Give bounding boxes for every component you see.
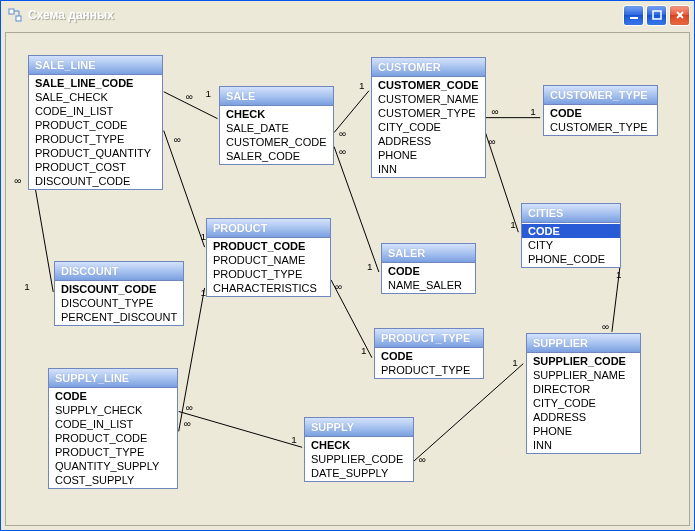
minimize-button[interactable] [623, 5, 644, 26]
svg-text:∞: ∞ [491, 106, 498, 117]
svg-text:1: 1 [510, 219, 516, 230]
svg-line-30 [612, 267, 620, 332]
svg-text:1: 1 [367, 261, 373, 272]
table-title[interactable]: SALER [382, 244, 475, 263]
svg-text:∞: ∞ [339, 128, 346, 139]
table-title[interactable]: PRODUCT_TYPE [375, 329, 483, 348]
field-customer_name[interactable]: CUSTOMER_NAME [372, 92, 485, 106]
table-customer[interactable]: CUSTOMERCUSTOMER_CODECUSTOMER_NAMECUSTOM… [371, 57, 486, 178]
field-product_code[interactable]: PRODUCT_CODE [29, 118, 162, 132]
field-product_type[interactable]: PRODUCT_TYPE [29, 132, 162, 146]
table-title[interactable]: PRODUCT [207, 219, 330, 238]
field-customer_type[interactable]: CUSTOMER_TYPE [372, 106, 485, 120]
table-title[interactable]: SALE [220, 87, 333, 106]
field-city_code[interactable]: CITY_CODE [372, 120, 485, 134]
field-city[interactable]: CITY [522, 238, 620, 252]
field-product_type[interactable]: PRODUCT_TYPE [207, 267, 330, 281]
field-code[interactable]: CODE [544, 106, 657, 120]
table-title[interactable]: SUPPLY [305, 418, 413, 437]
field-code_in_list[interactable]: CODE_IN_LIST [29, 104, 162, 118]
field-product_name[interactable]: PRODUCT_NAME [207, 253, 330, 267]
field-code[interactable]: CODE [375, 349, 483, 363]
field-address[interactable]: ADDRESS [372, 134, 485, 148]
field-date_supply[interactable]: DATE_SUPPLY [305, 466, 413, 480]
field-phone[interactable]: PHONE [527, 424, 640, 438]
table-supplier[interactable]: SUPPLIERSUPPLIER_CODESUPPLIER_NAMEDIRECT… [526, 333, 641, 454]
table-title[interactable]: SUPPLY_LINE [49, 369, 177, 388]
field-customer_type[interactable]: CUSTOMER_TYPE [544, 120, 657, 134]
close-button[interactable] [669, 5, 690, 26]
field-code[interactable]: CODE [382, 264, 475, 278]
svg-rect-5 [653, 11, 661, 19]
field-product_type[interactable]: PRODUCT_TYPE [375, 363, 483, 377]
table-title[interactable]: CITIES [522, 204, 620, 223]
field-director[interactable]: DIRECTOR [527, 382, 640, 396]
table-title[interactable]: CUSTOMER_TYPE [544, 86, 657, 105]
field-product_code[interactable]: PRODUCT_CODE [49, 431, 177, 445]
field-check[interactable]: CHECK [220, 107, 333, 121]
table-product_type[interactable]: PRODUCT_TYPECODEPRODUCT_TYPE [374, 328, 484, 379]
table-fields: CHECKSUPPLIER_CODEDATE_SUPPLY [305, 437, 413, 481]
field-customer_code[interactable]: CUSTOMER_CODE [220, 135, 333, 149]
field-cost_supply[interactable]: COST_SUPPLY [49, 473, 177, 487]
svg-text:1: 1 [530, 106, 536, 117]
table-supply[interactable]: SUPPLYCHECKSUPPLIER_CODEDATE_SUPPLY [304, 417, 414, 482]
field-customer_code[interactable]: CUSTOMER_CODE [372, 78, 485, 92]
svg-line-27 [485, 133, 518, 233]
field-phone_code[interactable]: PHONE_CODE [522, 252, 620, 266]
table-product[interactable]: PRODUCTPRODUCT_CODEPRODUCT_NAMEPRODUCT_T… [206, 218, 331, 297]
svg-line-33 [331, 280, 372, 358]
field-supplier_code[interactable]: SUPPLIER_CODE [305, 452, 413, 466]
field-name_saler[interactable]: NAME_SALER [382, 278, 475, 292]
table-title[interactable]: SALE_LINE [29, 56, 162, 75]
field-product_quantity[interactable]: PRODUCT_QUANTITY [29, 146, 162, 160]
field-code[interactable]: CODE [49, 389, 177, 403]
field-supply_check[interactable]: SUPPLY_CHECK [49, 403, 177, 417]
svg-rect-4 [630, 17, 638, 19]
field-inn[interactable]: INN [527, 438, 640, 452]
window: Схема данных 1∞ 1∞ 1∞ 1∞ 1∞ 1∞ 1∞ 1∞ [0, 0, 695, 531]
table-discount[interactable]: DISCOUNTDISCOUNT_CODEDISCOUNT_TYPEPERCEN… [54, 261, 184, 326]
svg-text:1: 1 [616, 269, 622, 280]
svg-text:1: 1 [206, 88, 212, 99]
field-city_code[interactable]: CITY_CODE [527, 396, 640, 410]
field-address[interactable]: ADDRESS [527, 410, 640, 424]
field-code_in_list[interactable]: CODE_IN_LIST [49, 417, 177, 431]
svg-text:∞: ∞ [186, 402, 193, 413]
field-supplier_code[interactable]: SUPPLIER_CODE [527, 354, 640, 368]
window-controls [623, 5, 690, 26]
svg-text:∞: ∞ [602, 321, 609, 332]
field-discount_code[interactable]: DISCOUNT_CODE [55, 282, 183, 296]
svg-text:∞: ∞ [339, 146, 346, 157]
field-characteristics[interactable]: CHARACTERISTICS [207, 281, 330, 295]
field-phone[interactable]: PHONE [372, 148, 485, 162]
field-check[interactable]: CHECK [305, 438, 413, 452]
field-inn[interactable]: INN [372, 162, 485, 176]
table-title[interactable]: DISCOUNT [55, 262, 183, 281]
field-supplier_name[interactable]: SUPPLIER_NAME [527, 368, 640, 382]
table-title[interactable]: CUSTOMER [372, 58, 485, 77]
field-discount_type[interactable]: DISCOUNT_TYPE [55, 296, 183, 310]
field-code[interactable]: CODE [522, 224, 620, 238]
field-product_cost[interactable]: PRODUCT_COST [29, 160, 162, 174]
table-cities[interactable]: CITIESCODECITYPHONE_CODE [521, 203, 621, 268]
table-supply_line[interactable]: SUPPLY_LINECODESUPPLY_CHECKCODE_IN_LISTP… [48, 368, 178, 489]
table-saler[interactable]: SALERCODENAME_SALER [381, 243, 476, 294]
table-sale[interactable]: SALECHECKSALE_DATECUSTOMER_CODESALER_COD… [219, 86, 334, 165]
field-product_type[interactable]: PRODUCT_TYPE [49, 445, 177, 459]
field-product_code[interactable]: PRODUCT_CODE [207, 239, 330, 253]
table-title[interactable]: SUPPLIER [527, 334, 640, 353]
table-customer_type[interactable]: CUSTOMER_TYPECODECUSTOMER_TYPE [543, 85, 658, 136]
table-sale_line[interactable]: SALE_LINESALE_LINE_CODESALE_CHECKCODE_IN… [28, 55, 163, 190]
field-discount_code[interactable]: DISCOUNT_CODE [29, 174, 162, 188]
field-sale_line_code[interactable]: SALE_LINE_CODE [29, 76, 162, 90]
maximize-button[interactable] [646, 5, 667, 26]
field-quantity_supply[interactable]: QUANTITY_SUPPLY [49, 459, 177, 473]
field-sale_check[interactable]: SALE_CHECK [29, 90, 162, 104]
field-sale_date[interactable]: SALE_DATE [220, 121, 333, 135]
svg-text:∞: ∞ [184, 418, 191, 429]
diagram-canvas[interactable]: 1∞ 1∞ 1∞ 1∞ 1∞ 1∞ 1∞ 1∞ 1∞ 1∞ 1∞ 1∞ SALE… [5, 32, 690, 526]
field-percent_discount[interactable]: PERCENT_DISCOUNT [55, 310, 183, 324]
field-saler_code[interactable]: SALER_CODE [220, 149, 333, 163]
titlebar[interactable]: Схема данных [1, 1, 694, 29]
